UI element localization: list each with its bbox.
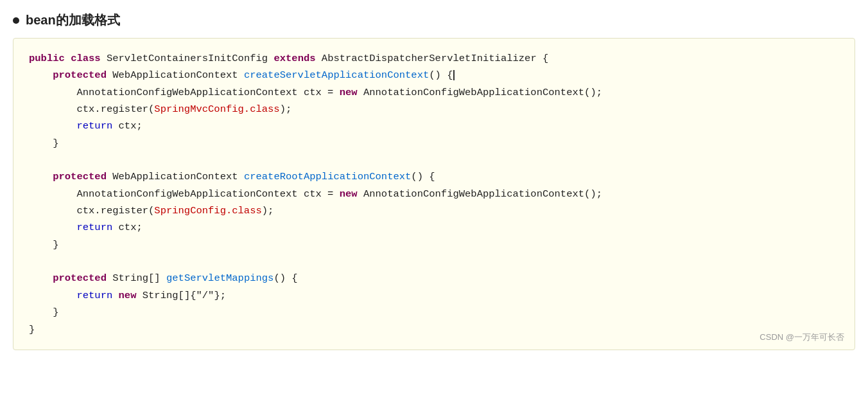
bullet-dot <box>13 17 19 24</box>
code-block: public class ServletContainersInitConfig… <box>13 38 855 350</box>
code-line-2: protected WebApplicationContext createSe… <box>29 67 839 84</box>
code-line-10: return ctx; <box>29 219 839 236</box>
watermark: CSDN @一万年可长否 <box>759 330 844 344</box>
code-line-13: return new String[]{"/"}; <box>29 287 839 304</box>
code-line-8: AnnotationConfigWebApplicationContext ct… <box>29 186 839 202</box>
page-container: bean的加载格式 public class ServletContainers… <box>0 0 868 408</box>
code-line-blank1 <box>29 152 839 168</box>
section-title: bean的加载格式 <box>26 12 120 29</box>
code-line-6: } <box>29 135 839 152</box>
code-line-5: return ctx; <box>29 118 839 134</box>
code-line-15: } <box>29 321 839 338</box>
code-line-11: } <box>29 236 839 253</box>
code-line-12: protected String[] getServletMappings() … <box>29 270 839 287</box>
code-line-7: protected WebApplicationContext createRo… <box>29 168 839 185</box>
code-line-blank2 <box>29 253 839 270</box>
code-line-1: public class ServletContainersInitConfig… <box>29 50 839 67</box>
code-line-3: AnnotationConfigWebApplicationContext ct… <box>29 84 839 101</box>
bullet-header: bean的加载格式 <box>13 12 855 29</box>
code-line-14: } <box>29 304 839 321</box>
code-line-4: ctx.register(SpringMvcConfig.class); <box>29 101 839 118</box>
code-line-9: ctx.register(SpringConfig.class); <box>29 202 839 219</box>
